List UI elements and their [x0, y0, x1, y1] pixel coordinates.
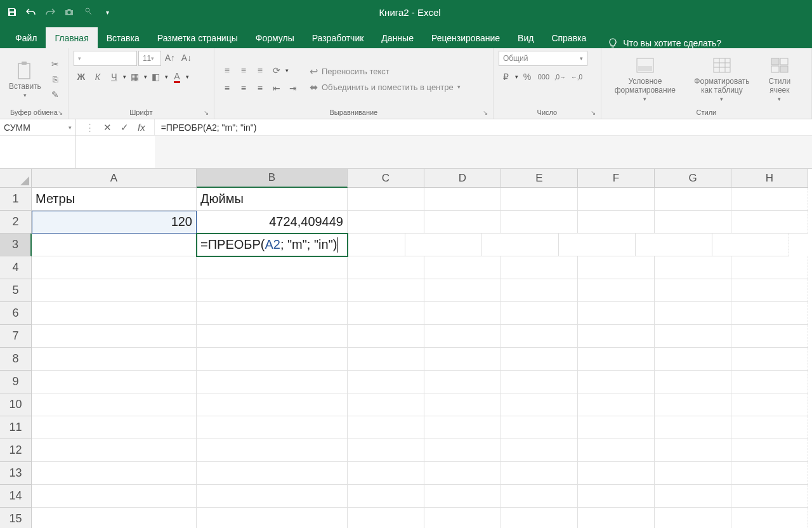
align-center-icon[interactable]: ≡	[236, 81, 251, 95]
cell[interactable]	[424, 279, 501, 302]
decrease-decimal-icon[interactable]: ←,0	[569, 70, 584, 84]
launcher-icon[interactable]: ↘	[483, 109, 488, 116]
col-header-F[interactable]: F	[578, 169, 655, 188]
enter-icon[interactable]: ✓	[121, 122, 129, 133]
row-header-7[interactable]: 7	[0, 325, 32, 348]
font-color-icon[interactable]: A	[169, 70, 185, 84]
percent-icon[interactable]: %	[520, 70, 535, 84]
font-name-input[interactable]: ▾	[74, 51, 137, 66]
cell[interactable]	[348, 302, 424, 325]
cell[interactable]	[501, 279, 578, 302]
cell-E3[interactable]	[482, 234, 559, 256]
col-header-C[interactable]: C	[348, 169, 424, 188]
cell[interactable]	[578, 279, 655, 302]
cell[interactable]	[731, 416, 808, 439]
row-header-6[interactable]: 6	[0, 302, 32, 325]
bold-button[interactable]: Ж	[74, 70, 89, 84]
name-box[interactable]: СУММ▾	[0, 119, 76, 168]
cell[interactable]	[348, 439, 424, 462]
cell[interactable]	[578, 416, 655, 439]
row-header-1[interactable]: 1	[0, 188, 32, 211]
cell[interactable]	[348, 371, 424, 393]
underline-button[interactable]: Ч	[107, 70, 122, 84]
launcher-icon[interactable]: ↘	[58, 109, 63, 116]
tab-developer[interactable]: Разработчик	[303, 27, 373, 48]
align-right-icon[interactable]: ≡	[252, 81, 268, 95]
cell-A2[interactable]: 120	[32, 211, 197, 234]
currency-icon[interactable]: ₽	[499, 70, 514, 84]
cell[interactable]	[197, 279, 348, 302]
cell[interactable]	[197, 256, 348, 279]
cell[interactable]	[731, 485, 808, 508]
cell-H3[interactable]	[712, 234, 789, 256]
row-header-15[interactable]: 15	[0, 508, 32, 528]
cell[interactable]	[348, 348, 424, 371]
cell[interactable]	[655, 393, 731, 416]
increase-font-icon[interactable]: A↑	[162, 51, 178, 65]
tab-formulas[interactable]: Формулы	[247, 27, 303, 48]
cell[interactable]	[501, 256, 578, 279]
cell[interactable]	[32, 508, 197, 528]
cell[interactable]	[578, 371, 655, 393]
cell[interactable]	[501, 348, 578, 371]
cell[interactable]	[655, 485, 731, 508]
italic-button[interactable]: К	[90, 70, 105, 84]
cell[interactable]	[655, 325, 731, 348]
launcher-icon[interactable]: ↘	[204, 109, 209, 116]
decrease-font-icon[interactable]: A↓	[179, 51, 194, 65]
cell[interactable]	[197, 485, 348, 508]
cell[interactable]	[197, 393, 348, 416]
tab-home[interactable]: Главная	[46, 27, 97, 48]
cell[interactable]	[501, 416, 578, 439]
thousands-icon[interactable]: 000	[536, 70, 551, 84]
cell[interactable]	[424, 485, 501, 508]
qat-more-icon[interactable]: ▾	[100, 5, 114, 19]
cell[interactable]	[197, 348, 348, 371]
wrap-text-button[interactable]: ↩Переносить текст	[310, 65, 461, 77]
tell-me-search[interactable]: Что вы хотите сделать?	[608, 38, 721, 48]
cell[interactable]	[578, 393, 655, 416]
cell[interactable]	[197, 439, 348, 462]
cell[interactable]	[197, 462, 348, 485]
tab-help[interactable]: Справка	[542, 27, 595, 48]
cell-E1[interactable]	[501, 188, 578, 211]
touch-icon[interactable]	[81, 5, 95, 19]
cell[interactable]	[731, 393, 808, 416]
cell-D1[interactable]	[424, 188, 501, 211]
cell[interactable]	[655, 416, 731, 439]
col-header-G[interactable]: G	[655, 169, 731, 188]
cell[interactable]	[501, 508, 578, 528]
cell-A3[interactable]	[32, 234, 197, 256]
col-header-D[interactable]: D	[424, 169, 501, 188]
cell-F1[interactable]	[578, 188, 655, 211]
row-header-5[interactable]: 5	[0, 279, 32, 302]
cell[interactable]	[731, 302, 808, 325]
cell[interactable]	[731, 508, 808, 528]
copy-icon[interactable]: ⎘	[48, 72, 63, 86]
cell[interactable]	[197, 371, 348, 393]
cut-icon[interactable]: ✂	[48, 57, 63, 71]
cell[interactable]	[501, 371, 578, 393]
cell-D3[interactable]	[405, 234, 482, 256]
tab-data[interactable]: Данные	[372, 27, 422, 48]
align-middle-icon[interactable]: ≡	[236, 63, 251, 77]
cell[interactable]	[32, 393, 197, 416]
paste-button[interactable]: Вставить ▾	[5, 59, 45, 100]
cell[interactable]	[348, 325, 424, 348]
cell[interactable]	[655, 302, 731, 325]
camera-icon[interactable]	[62, 5, 76, 19]
undo-icon[interactable]	[24, 5, 38, 19]
cell[interactable]	[348, 279, 424, 302]
cell-A1[interactable]: Метры	[32, 188, 197, 211]
cell-G3[interactable]	[636, 234, 712, 256]
cell[interactable]	[731, 325, 808, 348]
cell[interactable]	[424, 325, 501, 348]
cell-F3[interactable]	[559, 234, 636, 256]
cell-H1[interactable]	[731, 188, 808, 211]
cell[interactable]	[348, 393, 424, 416]
cell-F2[interactable]	[578, 211, 655, 234]
tab-view[interactable]: Вид	[509, 27, 542, 48]
indent-increase-icon[interactable]: ⇥	[285, 81, 301, 95]
format-table-button[interactable]: Форматировать как таблицу▾	[686, 55, 757, 103]
cell[interactable]	[348, 508, 424, 528]
